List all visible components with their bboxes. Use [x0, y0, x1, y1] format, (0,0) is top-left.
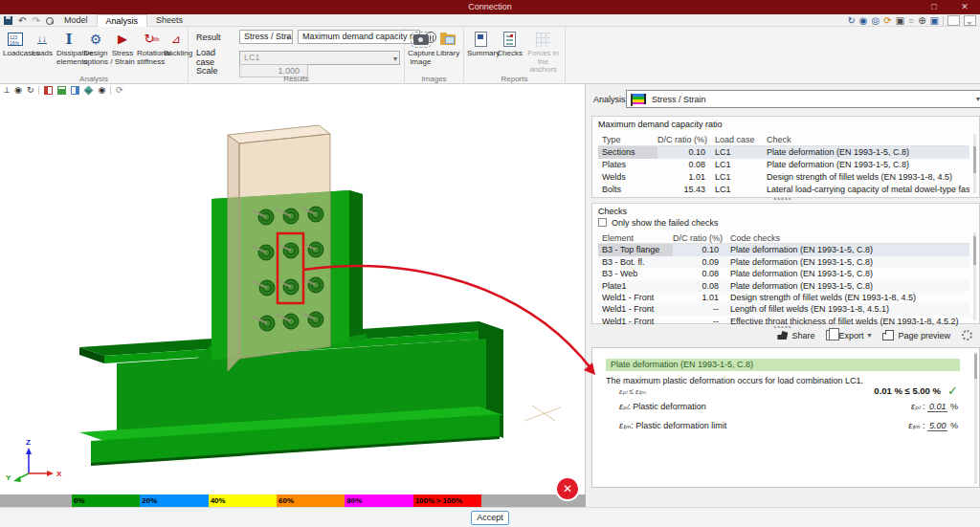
- pan-icon[interactable]: ○: [908, 15, 914, 26]
- page-preview-button[interactable]: Page preview: [882, 330, 950, 340]
- table-cell: B3 - Top flange: [598, 244, 673, 255]
- summary-report-button[interactable]: Summary: [467, 29, 495, 75]
- export-icon: [826, 330, 835, 340]
- refresh-icon[interactable]: ⟳: [883, 15, 891, 26]
- legend-label: 20%: [142, 496, 157, 505]
- analysis-type-dropdown[interactable]: Stress / Strain ▾: [626, 90, 980, 108]
- checks-table-body: B3 - Top flange0.10Plate deformation (EN…: [598, 244, 969, 327]
- group-label-analysis: Analysis: [0, 75, 188, 83]
- table-row[interactable]: B3 - Top flange0.10Plate deformation (EN…: [598, 244, 969, 255]
- save-icon[interactable]: [4, 16, 12, 25]
- table-cell: Welds: [598, 171, 657, 184]
- mdcr-scrollbar[interactable]: [973, 134, 976, 193]
- export-button[interactable]: Export ▾: [826, 330, 871, 340]
- close-window-button[interactable]: ✕: [953, 1, 976, 13]
- dissipative-elements-icon: I: [65, 35, 72, 44]
- capture-image-button[interactable]: Capture image: [408, 29, 434, 66]
- check-formula: εₚₗ ≤ εₗᵢₘ: [619, 387, 646, 396]
- loadcases-icon: 12316%: [8, 33, 23, 46]
- table-row[interactable]: Sections0.10LC1Plate deformation (EN 199…: [598, 146, 969, 159]
- design-options-button[interactable]: ⚙ Design options: [83, 29, 108, 66]
- buckling-button[interactable]: ⊿ Buckling: [164, 29, 189, 66]
- table-cell: 0.08: [673, 268, 726, 279]
- checks-table-header: Element D/C ratio (%) Code checks: [598, 232, 969, 244]
- restore-window-button[interactable]: □: [923, 1, 946, 13]
- checks-scrollbar[interactable]: [973, 232, 976, 320]
- orbit-icon[interactable]: ↻: [847, 15, 855, 26]
- table-cell: Design strength of fillet welds (EN 1993…: [726, 292, 969, 303]
- table-cell: Plate deformation (EN 1993-1-5, C.8): [726, 244, 969, 255]
- table-cell: Design strength of fillet welds (EN 1993…: [765, 171, 969, 184]
- model-viewport[interactable]: ⟂ ◉ ↻ ◉ ⟳: [0, 84, 586, 494]
- loads-button[interactable]: ↓↓ Loads: [30, 29, 55, 66]
- mdcr-table-body: Sections0.10LC1Plate deformation (EN 199…: [598, 146, 969, 196]
- axis-x-label: X: [56, 470, 62, 478]
- table-row[interactable]: B3 - Bot. fl.0.09Plate deformation (EN 1…: [598, 256, 969, 268]
- detail-scrollbar[interactable]: [974, 352, 977, 484]
- check-detail-description: The maximum plastic deformation occurs f…: [606, 376, 863, 385]
- ribbon-group-images: Capture image Library Images: [405, 27, 464, 84]
- table-cell: 0.08: [673, 280, 726, 292]
- check-result-value: 0.01 % ≤ 5.00 %: [874, 385, 941, 396]
- failed-checks-filter[interactable]: Only show the failed checks: [598, 218, 719, 228]
- tab-model[interactable]: Model: [56, 14, 97, 27]
- table-cell: LC1: [713, 146, 765, 159]
- stress-strain-run-button[interactable]: ▶ Stress / Strain: [110, 29, 135, 66]
- undo-icon[interactable]: ↶: [18, 16, 26, 26]
- ribbon: 12316% Loadcases ↓↓ Loads I Dissipative …: [0, 27, 980, 84]
- close-results-button[interactable]: ✕: [557, 478, 578, 499]
- table-cell: 0.09: [673, 256, 726, 268]
- search-icon[interactable]: [46, 17, 54, 25]
- splitter-handle[interactable]: •••••: [586, 197, 980, 202]
- navigate-sphere-icon[interactable]: ◉: [859, 15, 868, 26]
- table-row[interactable]: Weld1 - Front1.01Design strength of fill…: [598, 292, 969, 303]
- ribbon-tab-row: ↶ ↷ Model Analysis Sheets ↻ ◉ ◎ ⟳ ▣ ○ ⊕ …: [0, 14, 980, 27]
- table-cell: Weld1 - Front: [598, 292, 673, 303]
- loadcases-button[interactable]: 12316% Loadcases: [3, 29, 28, 66]
- failed-checks-checkbox[interactable]: [598, 218, 607, 227]
- move-icon[interactable]: ⊕: [918, 15, 925, 26]
- result-type-dropdown[interactable]: Maximum demand capacity ratio ▾: [298, 30, 420, 44]
- group-label-images: Images: [405, 75, 463, 83]
- report-settings-gear-icon[interactable]: [962, 330, 972, 340]
- table-row[interactable]: Plate10.08Plate deformation (EN 1993-1-5…: [598, 280, 969, 292]
- checks-report-button[interactable]: Checks: [497, 29, 523, 75]
- check-detail-header: Plate deformation (EN 1993-1-5, C.8): [606, 359, 960, 371]
- ribbon-tabs: Model Analysis Sheets: [56, 14, 191, 27]
- rotational-stiffness-button[interactable]: ↻Mb Rotational stiffness: [137, 29, 162, 66]
- table-cell: Plate deformation (EN 1993-1-5, C.8): [765, 159, 969, 171]
- table-row[interactable]: B3 - Web0.08Plate deformation (EN 1993-1…: [598, 268, 969, 279]
- redo-icon[interactable]: ↷: [32, 16, 39, 26]
- table-row[interactable]: Welds1.01LC1Design strength of fillet we…: [598, 171, 969, 184]
- table-row[interactable]: Weld1 - Front--Length of fillet welds (E…: [598, 303, 969, 315]
- load-case-dropdown[interactable]: LC1 ▾: [239, 51, 400, 65]
- layout-button[interactable]: [947, 15, 960, 26]
- mdcr-groupbox: Maximum demand capacity ratio Type D/C r…: [591, 116, 980, 198]
- result-dropdown[interactable]: Stress / Strain ▾: [239, 30, 293, 44]
- tab-analysis[interactable]: Analysis: [97, 14, 148, 27]
- summary-report-icon: [475, 32, 487, 47]
- share-button[interactable]: Share: [777, 331, 814, 340]
- zoom-out-icon[interactable]: ◎: [872, 15, 880, 26]
- table-row[interactable]: Plates0.08LC1Plate deformation (EN 1993-…: [598, 159, 969, 171]
- printer-icon: [882, 333, 894, 340]
- check-pass-icon: ✓: [947, 384, 958, 398]
- run-analysis-icon: ▶: [118, 35, 127, 44]
- checks-report-icon: [503, 32, 516, 47]
- ribbon-group-analysis: 12316% Loadcases ↓↓ Loads I Dissipative …: [0, 27, 189, 84]
- legend-label: 100%: [415, 496, 434, 505]
- dissipative-elements-button[interactable]: I Dissipative elements: [56, 29, 81, 66]
- checks-title: Checks: [598, 207, 627, 216]
- toolbar-separator: [943, 16, 944, 26]
- fit-view-icon[interactable]: ▣: [930, 15, 939, 26]
- table-cell: B3 - Web: [598, 268, 673, 279]
- library-button[interactable]: Library: [435, 29, 460, 66]
- zoom-window-icon[interactable]: ▣: [896, 15, 904, 26]
- chevron-down-icon: ▾: [976, 95, 980, 103]
- comment-button[interactable]: [964, 15, 976, 26]
- accept-button[interactable]: Accept: [471, 511, 509, 525]
- ribbon-group-results: Result Stress / Strain ▾ Maximum demand …: [189, 27, 405, 84]
- tab-sheets[interactable]: Sheets: [147, 14, 191, 27]
- table-cell: B3 - Bot. fl.: [598, 256, 673, 268]
- share-icon: [777, 331, 788, 340]
